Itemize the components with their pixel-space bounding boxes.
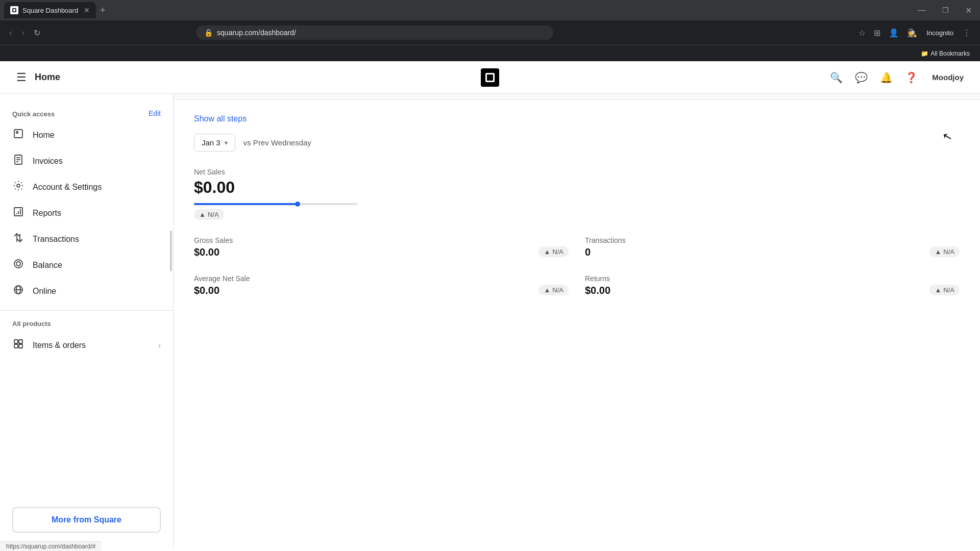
reload-button[interactable]: ↻ xyxy=(31,25,43,41)
balance-icon xyxy=(12,258,24,272)
account-settings-icon xyxy=(12,180,24,194)
bookmark-folder-icon: 📁 xyxy=(921,50,928,57)
sidebar-item-invoices[interactable]: Invoices xyxy=(0,148,173,174)
online-icon xyxy=(12,284,24,298)
returns-card: Returns $0.00 ▲ N/A xyxy=(585,274,960,296)
sidebar-item-online[interactable]: Online xyxy=(0,278,173,304)
all-bookmarks-item[interactable]: 📁 All Bookmarks xyxy=(917,48,974,59)
show-all-steps-button[interactable]: Show all steps xyxy=(194,110,247,134)
chat-button[interactable]: 💬 xyxy=(853,69,870,86)
maximize-button[interactable]: ❐ xyxy=(934,0,957,20)
gross-sales-label: Gross Sales xyxy=(194,236,569,244)
gross-sales-value: $0.00 xyxy=(194,246,219,258)
tab-favicon xyxy=(10,6,18,14)
net-sales-label: Net Sales xyxy=(194,168,960,176)
nav-home-label: Home xyxy=(35,72,60,83)
online-label: Online xyxy=(33,287,56,296)
transactions-label: Transactions xyxy=(585,236,960,244)
transactions-card: Transactions 0 ▲ N/A xyxy=(585,236,960,258)
returns-trend-badge: ▲ N/A xyxy=(929,285,960,295)
all-products-label: All products xyxy=(12,320,51,328)
transactions-trend-value: N/A xyxy=(943,248,954,256)
average-net-sale-label: Average Net Sale xyxy=(194,274,569,283)
extensions-button[interactable]: ⊞ xyxy=(871,25,884,41)
average-net-sale-card: Average Net Sale $0.00 ▲ N/A xyxy=(194,274,569,296)
help-button[interactable]: ❓ xyxy=(903,69,920,86)
svg-point-14 xyxy=(16,262,20,266)
more-from-square-section: More from Square xyxy=(0,497,173,541)
home-label: Home xyxy=(33,131,55,140)
address-bar[interactable]: 🔒 squarup.com/dashboard/ xyxy=(196,26,553,40)
svg-rect-20 xyxy=(14,344,18,348)
sidebar-item-home[interactable]: Home xyxy=(0,122,173,148)
forward-button[interactable]: › xyxy=(18,24,28,41)
average-net-sale-value: $0.00 xyxy=(194,285,219,296)
menu-button[interactable]: ⋮ xyxy=(960,25,974,41)
sidebar-item-transactions[interactable]: Transactions xyxy=(0,226,173,252)
svg-point-6 xyxy=(17,184,20,187)
items-orders-label: Items & orders xyxy=(33,341,86,350)
invoices-icon xyxy=(12,154,24,168)
sidebar: Quick access Edit Home xyxy=(0,94,174,549)
top-navigation: ☰ Home 🔍 💬 🔔 ❓ Moodjoy xyxy=(0,61,980,94)
more-from-square-button[interactable]: More from Square xyxy=(12,507,161,533)
all-products-section: All products xyxy=(0,317,173,332)
net-sales-value: $0.00 xyxy=(194,178,960,197)
gross-sales-trend-badge: ▲ N/A xyxy=(538,246,569,257)
new-tab-button[interactable]: + xyxy=(96,2,110,18)
square-logo xyxy=(481,68,499,87)
items-orders-chevron-icon: › xyxy=(158,341,161,349)
close-tab-button[interactable]: ✕ xyxy=(84,6,90,14)
balance-label: Balance xyxy=(33,261,62,270)
net-sales-trend-badge: ▲ N/A xyxy=(194,209,224,220)
date-selector-row: Jan 3 ▾ vs Prev Wednesday xyxy=(194,134,960,152)
tab-title: Square Dashboard xyxy=(22,7,78,14)
notifications-button[interactable]: 🔔 xyxy=(878,69,895,86)
minimize-button[interactable]: — xyxy=(910,0,934,20)
returns-trend-value: N/A xyxy=(943,286,954,294)
transactions-trend-arrow: ▲ xyxy=(935,248,941,256)
average-net-sale-trend-arrow: ▲ xyxy=(544,286,550,294)
profile-button[interactable]: 👤 xyxy=(886,25,902,41)
back-button[interactable]: ‹ xyxy=(6,24,15,41)
transactions-trend-badge: ▲ N/A xyxy=(929,246,960,257)
sidebar-item-balance[interactable]: Balance xyxy=(0,252,173,278)
transactions-value: 0 xyxy=(585,246,591,258)
close-window-button[interactable]: ✕ xyxy=(957,0,980,20)
incognito-button[interactable]: 🕵 xyxy=(904,25,920,41)
transactions-label: Transactions xyxy=(33,235,79,244)
nav-right-actions: 🔍 💬 🔔 ❓ Moodjoy xyxy=(828,69,968,86)
sidebar-item-items-orders[interactable]: Items & orders › xyxy=(0,332,173,358)
svg-rect-0 xyxy=(14,130,22,138)
net-sales-progress-bar xyxy=(194,203,960,205)
scrollbar-thumb[interactable] xyxy=(170,231,172,271)
items-orders-icon xyxy=(12,338,24,352)
status-bar: https://squarup.com/dashboard/# xyxy=(0,541,102,551)
search-button[interactable]: 🔍 xyxy=(828,69,845,86)
svg-rect-19 xyxy=(19,340,22,343)
gross-sales-card: Gross Sales $0.00 ▲ N/A xyxy=(194,236,569,258)
sidebar-item-account-settings[interactable]: Account & Settings xyxy=(0,174,173,200)
average-net-sale-trend-value: N/A xyxy=(552,286,564,294)
gross-sales-trend-value: N/A xyxy=(552,248,564,256)
home-icon xyxy=(12,128,24,142)
account-settings-label: Account & Settings xyxy=(33,183,102,192)
date-dropdown-button[interactable]: Jan 3 ▾ xyxy=(194,134,235,152)
menu-toggle-button[interactable]: ☰ xyxy=(12,67,31,88)
main-content: Show all steps Jan 3 ▾ vs Prev Wednesday… xyxy=(174,94,980,549)
date-chevron-icon: ▾ xyxy=(225,139,228,146)
returns-label: Returns xyxy=(585,274,960,283)
bookmark-star-button[interactable]: ☆ xyxy=(855,25,869,41)
metrics-grid: Gross Sales $0.00 ▲ N/A xyxy=(194,236,960,296)
vs-prev-label: vs Prev Wednesday xyxy=(243,138,311,147)
lock-icon: 🔒 xyxy=(204,29,213,37)
edit-quick-access-button[interactable]: Edit xyxy=(149,109,173,117)
sidebar-item-reports[interactable]: Reports xyxy=(0,200,173,226)
returns-value: $0.00 xyxy=(585,285,610,296)
reports-label: Reports xyxy=(33,209,61,218)
svg-rect-18 xyxy=(14,340,18,343)
svg-point-13 xyxy=(14,260,22,268)
user-menu-button[interactable]: Moodjoy xyxy=(928,71,968,84)
invoices-label: Invoices xyxy=(33,157,63,166)
date-label: Jan 3 xyxy=(202,138,220,147)
